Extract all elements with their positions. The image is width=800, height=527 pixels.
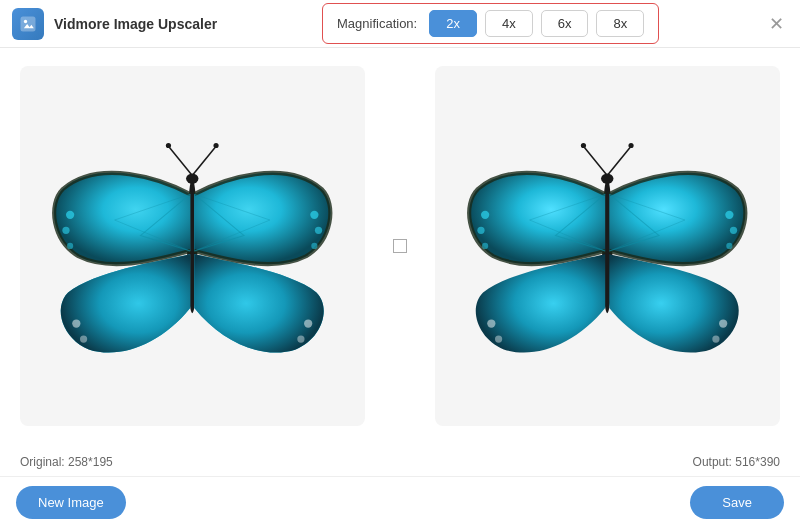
svg-point-25 [478, 227, 485, 234]
output-image-panel [435, 66, 780, 426]
svg-point-28 [730, 227, 737, 234]
svg-point-14 [72, 319, 80, 327]
bottom-bar: New Image Save [0, 476, 800, 527]
svg-line-6 [193, 148, 216, 176]
output-butterfly [435, 66, 780, 426]
compare-checkbox[interactable] [393, 239, 407, 253]
svg-point-23 [629, 143, 634, 148]
svg-point-24 [481, 211, 489, 219]
app-title-label: Vidmore Image Upscaler [54, 16, 217, 32]
svg-point-27 [725, 211, 733, 219]
svg-point-8 [66, 211, 74, 219]
close-button[interactable]: ✕ [764, 12, 788, 36]
main-content [0, 48, 800, 448]
mag-btn-2x[interactable]: 2x [429, 10, 477, 37]
magnification-controls: Magnification: 2x 4x 6x 8x [322, 3, 659, 44]
svg-line-22 [608, 148, 631, 176]
svg-point-32 [719, 319, 727, 327]
svg-point-16 [304, 319, 312, 327]
info-bar: Original: 258*195 Output: 516*390 [0, 448, 800, 476]
svg-line-20 [585, 148, 608, 176]
output-dimensions: Output: 516*390 [693, 455, 780, 469]
mag-btn-8x[interactable]: 8x [596, 10, 644, 37]
app-title-section: Vidmore Image Upscaler [12, 8, 217, 40]
magnification-label: Magnification: [337, 16, 417, 31]
svg-point-21 [581, 143, 586, 148]
svg-point-5 [166, 143, 171, 148]
title-bar: Vidmore Image Upscaler Magnification: 2x… [0, 0, 800, 48]
svg-rect-0 [21, 16, 36, 31]
svg-point-9 [63, 227, 70, 234]
svg-point-10 [67, 243, 73, 249]
svg-point-1 [24, 19, 27, 22]
svg-point-17 [298, 336, 305, 343]
svg-point-26 [482, 243, 488, 249]
app-icon [12, 8, 44, 40]
svg-point-29 [727, 243, 733, 249]
svg-line-4 [170, 148, 193, 176]
svg-point-12 [315, 227, 322, 234]
original-image-panel [20, 66, 365, 426]
svg-point-7 [214, 143, 219, 148]
svg-point-33 [713, 336, 720, 343]
svg-point-31 [495, 336, 502, 343]
mag-btn-6x[interactable]: 6x [541, 10, 589, 37]
svg-point-13 [312, 243, 318, 249]
save-button[interactable]: Save [690, 486, 784, 519]
original-butterfly [20, 66, 365, 426]
svg-point-15 [80, 336, 87, 343]
mag-btn-4x[interactable]: 4x [485, 10, 533, 37]
svg-point-30 [487, 319, 495, 327]
svg-point-11 [310, 211, 318, 219]
original-dimensions: Original: 258*195 [20, 455, 113, 469]
center-divider [385, 66, 415, 426]
new-image-button[interactable]: New Image [16, 486, 126, 519]
